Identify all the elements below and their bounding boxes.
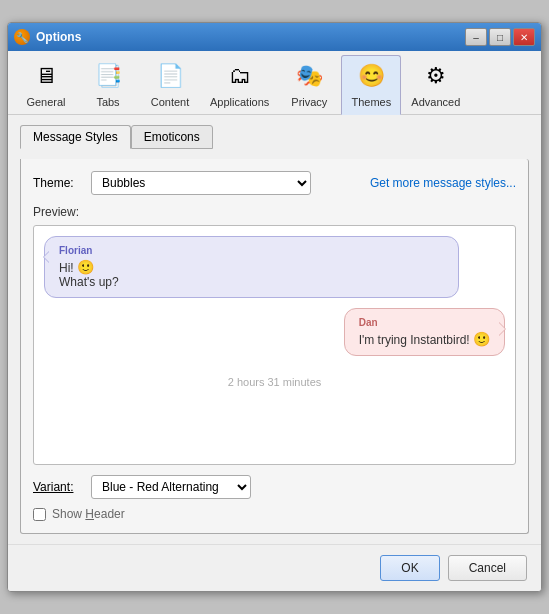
toolbar-item-themes[interactable]: 😊 Themes — [341, 55, 401, 115]
toolbar-label-content: Content — [151, 96, 190, 108]
title-buttons: – □ ✕ — [465, 28, 535, 46]
maximize-button[interactable]: □ — [489, 28, 511, 46]
tabs-row: Message Styles Emoticons — [20, 125, 529, 149]
show-header-checkbox[interactable] — [33, 508, 46, 521]
tab-message-styles[interactable]: Message Styles — [20, 125, 131, 149]
theme-label: Theme: — [33, 176, 81, 190]
variant-row: Variant: Blue - Red Alternating Default … — [33, 475, 516, 499]
show-header-row: Show Header — [33, 507, 516, 521]
theme-select[interactable]: Bubbles Default Classic Minimal — [91, 171, 311, 195]
toolbar-label-themes: Themes — [351, 96, 391, 108]
window-icon: 🔧 — [14, 29, 30, 45]
title-bar-left: 🔧 Options — [14, 29, 81, 45]
toolbar-item-privacy[interactable]: 🎭 Privacy — [279, 56, 339, 114]
close-button[interactable]: ✕ — [513, 28, 535, 46]
variant-label: Variant: — [33, 480, 81, 494]
window-title: Options — [36, 30, 81, 44]
advanced-icon: ⚙ — [420, 60, 452, 92]
theme-row: Theme: Bubbles Default Classic Minimal G… — [33, 171, 516, 195]
general-icon: 🖥 — [30, 60, 62, 92]
timestamp: 2 hours 31 minutes — [44, 376, 505, 388]
get-more-link[interactable]: Get more message styles... — [370, 176, 516, 190]
applications-icon: 🗂 — [224, 60, 256, 92]
toolbar-item-applications[interactable]: 🗂 Applications — [202, 56, 277, 114]
toolbar-item-tabs[interactable]: 📑 Tabs — [78, 56, 138, 114]
toolbar-label-advanced: Advanced — [411, 96, 460, 108]
bubble-sender-florian: Florian — [59, 245, 444, 256]
chat-bubble-florian: Florian Hi! 🙂 What's up? — [44, 236, 459, 298]
content-area: Message Styles Emoticons Theme: Bubbles … — [8, 115, 541, 544]
bubble-sender-dan: Dan — [359, 317, 490, 328]
bubble-text-dan: I'm trying Instantbird! 🙂 — [359, 331, 490, 347]
preview-area: Florian Hi! 🙂 What's up? Dan I'm trying … — [33, 225, 516, 465]
toolbar: 🖥 General 📑 Tabs 📄 Content 🗂 Application… — [8, 51, 541, 115]
toolbar-item-content[interactable]: 📄 Content — [140, 56, 200, 114]
toolbar-label-applications: Applications — [210, 96, 269, 108]
tab-panel-message-styles: Theme: Bubbles Default Classic Minimal G… — [20, 159, 529, 534]
emoji-smile: 🙂 — [77, 259, 94, 275]
chat-bubble-dan: Dan I'm trying Instantbird! 🙂 — [344, 308, 505, 356]
title-bar: 🔧 Options – □ ✕ — [8, 23, 541, 51]
ok-button[interactable]: OK — [380, 555, 439, 581]
emoji-smile-dan: 🙂 — [473, 331, 490, 347]
toolbar-label-general: General — [26, 96, 65, 108]
tab-emoticons[interactable]: Emoticons — [131, 125, 213, 149]
bubble-text-florian: Hi! 🙂 What's up? — [59, 259, 444, 289]
toolbar-label-tabs: Tabs — [96, 96, 119, 108]
minimize-button[interactable]: – — [465, 28, 487, 46]
variant-select[interactable]: Blue - Red Alternating Default Classic B… — [91, 475, 251, 499]
show-header-label: Show Header — [52, 507, 125, 521]
tabs-icon: 📑 — [92, 60, 124, 92]
themes-icon: 😊 — [355, 60, 387, 92]
privacy-icon: 🎭 — [293, 60, 325, 92]
content-icon: 📄 — [154, 60, 186, 92]
toolbar-item-general[interactable]: 🖥 General — [16, 56, 76, 114]
toolbar-item-advanced[interactable]: ⚙ Advanced — [403, 56, 468, 114]
preview-label: Preview: — [33, 205, 516, 219]
cancel-button[interactable]: Cancel — [448, 555, 527, 581]
toolbar-label-privacy: Privacy — [291, 96, 327, 108]
footer: OK Cancel — [8, 544, 541, 591]
options-window: 🔧 Options – □ ✕ 🖥 General 📑 Tabs 📄 Conte… — [7, 22, 542, 592]
